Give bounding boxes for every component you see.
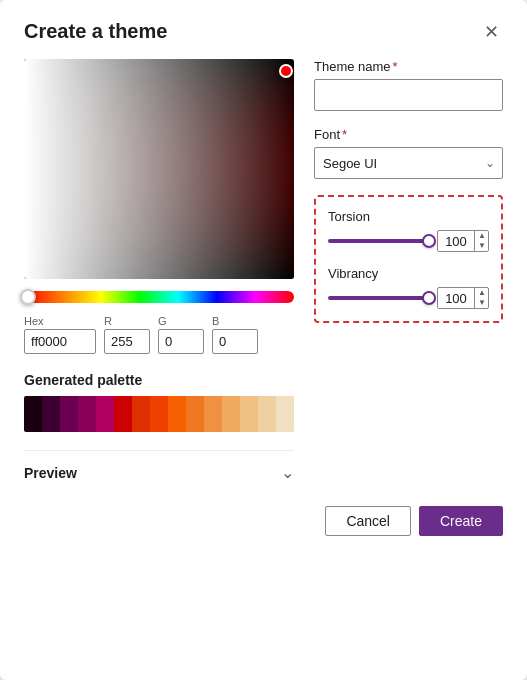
vibrancy-spin-down[interactable]: ▼ <box>475 298 489 308</box>
main-content: Hex R G B Generated palette <box>24 59 503 482</box>
vibrancy-slider-row: ▲ ▼ <box>328 287 489 309</box>
palette-swatch[interactable] <box>24 396 42 432</box>
b-input-group: B <box>212 315 258 354</box>
torsion-group: Torsion ▲ ▼ <box>328 209 489 252</box>
palette-section: Generated palette <box>24 372 294 432</box>
torsion-value-input[interactable] <box>438 232 474 251</box>
palette-swatch[interactable] <box>204 396 222 432</box>
vibrancy-group: Vibrancy ▲ ▼ <box>328 266 489 309</box>
vibrancy-label: Vibrancy <box>328 266 489 281</box>
palette-swatch[interactable] <box>78 396 96 432</box>
hue-thumb[interactable] <box>20 289 36 305</box>
color-inputs: Hex R G B <box>24 315 294 354</box>
cancel-button[interactable]: Cancel <box>325 506 411 536</box>
torsion-spin-down[interactable]: ▼ <box>475 241 489 251</box>
font-required-star: * <box>342 127 347 142</box>
torsion-slider[interactable] <box>328 233 429 249</box>
torsion-slider-row: ▲ ▼ <box>328 230 489 252</box>
palette-swatch[interactable] <box>96 396 114 432</box>
torsion-spin-buttons: ▲ ▼ <box>474 231 489 251</box>
create-theme-dialog: Create a theme ✕ Hex R <box>0 0 527 680</box>
r-input[interactable] <box>104 329 150 354</box>
palette-swatch[interactable] <box>150 396 168 432</box>
picker-thumb[interactable] <box>279 64 293 78</box>
b-label: B <box>212 315 258 327</box>
preview-header[interactable]: Preview ⌄ <box>24 451 294 482</box>
dialog-footer: Cancel Create <box>24 506 503 536</box>
vibrancy-spin-up[interactable]: ▲ <box>475 288 489 298</box>
torsion-spin-up[interactable]: ▲ <box>475 231 489 241</box>
hue-slider-wrapper[interactable] <box>24 289 294 305</box>
palette-swatch[interactable] <box>168 396 186 432</box>
vibrancy-slider[interactable] <box>328 290 429 306</box>
palette-label: Generated palette <box>24 372 294 388</box>
create-button[interactable]: Create <box>419 506 503 536</box>
chevron-down-icon: ⌄ <box>281 463 294 482</box>
font-select-wrapper: Segoe UI Arial Calibri Times New Roman ⌄ <box>314 147 503 179</box>
palette-swatch[interactable] <box>60 396 78 432</box>
left-panel: Hex R G B Generated palette <box>24 59 294 482</box>
torsion-value-wrapper: ▲ ▼ <box>437 230 489 252</box>
preview-title: Preview <box>24 465 77 481</box>
palette-swatch[interactable] <box>222 396 240 432</box>
theme-name-group: Theme name* <box>314 59 503 111</box>
vibrancy-thumb[interactable] <box>422 291 436 305</box>
dialog-header: Create a theme ✕ <box>24 20 503 43</box>
font-label: Font* <box>314 127 503 142</box>
theme-name-input[interactable] <box>314 79 503 111</box>
palette-swatch[interactable] <box>258 396 276 432</box>
close-button[interactable]: ✕ <box>480 21 503 43</box>
palette-swatch[interactable] <box>132 396 150 432</box>
theme-name-label: Theme name* <box>314 59 503 74</box>
dialog-title: Create a theme <box>24 20 167 43</box>
b-input[interactable] <box>212 329 258 354</box>
vibrancy-spin-buttons: ▲ ▼ <box>474 288 489 308</box>
torsion-label: Torsion <box>328 209 489 224</box>
preview-section: Preview ⌄ <box>24 450 294 482</box>
hex-label: Hex <box>24 315 96 327</box>
palette-swatches <box>24 396 294 432</box>
palette-swatch[interactable] <box>114 396 132 432</box>
color-picker-canvas[interactable] <box>24 59 294 279</box>
required-star: * <box>393 59 398 74</box>
vibrancy-track <box>328 296 429 300</box>
palette-swatch[interactable] <box>186 396 204 432</box>
palette-swatch[interactable] <box>240 396 258 432</box>
r-label: R <box>104 315 150 327</box>
palette-swatch[interactable] <box>42 396 60 432</box>
r-input-group: R <box>104 315 150 354</box>
torsion-thumb[interactable] <box>422 234 436 248</box>
font-group: Font* Segoe UI Arial Calibri Times New R… <box>314 127 503 179</box>
palette-swatch[interactable] <box>276 396 294 432</box>
vibrancy-value-wrapper: ▲ ▼ <box>437 287 489 309</box>
g-input[interactable] <box>158 329 204 354</box>
torsion-track <box>328 239 429 243</box>
hue-slider[interactable] <box>24 291 294 303</box>
hex-input[interactable] <box>24 329 96 354</box>
font-select[interactable]: Segoe UI Arial Calibri Times New Roman <box>314 147 503 179</box>
right-panel: Theme name* Font* Segoe UI Arial Calibri… <box>314 59 503 482</box>
g-input-group: G <box>158 315 204 354</box>
torsion-vibrancy-box: Torsion ▲ ▼ <box>314 195 503 323</box>
hex-input-group: Hex <box>24 315 96 354</box>
g-label: G <box>158 315 204 327</box>
vibrancy-value-input[interactable] <box>438 289 474 308</box>
